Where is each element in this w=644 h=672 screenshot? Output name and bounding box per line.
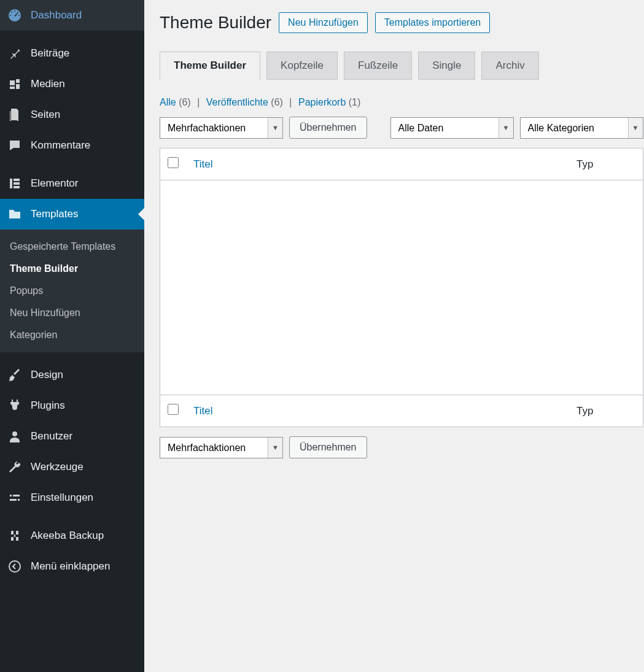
sidebar-item-label: Medien <box>31 78 65 90</box>
chevron-down-icon: ▼ <box>268 438 282 458</box>
submenu-categories[interactable]: Kategorien <box>0 324 144 346</box>
apply-button-bottom[interactable]: Übernehmen <box>289 436 367 458</box>
select-all-checkbox-top[interactable] <box>168 157 179 168</box>
sidebar-item-akeeba[interactable]: Akeeba Backup <box>0 520 144 551</box>
admin-sidebar: Dashboard Beiträge Medien Seiten Komment… <box>0 0 144 672</box>
sidebar-item-label: Elementor <box>31 177 78 190</box>
sidebar-item-dashboard[interactable]: Dashboard <box>0 0 144 31</box>
date-filter-select[interactable]: Alle Daten ▼ <box>390 117 514 139</box>
sidebar-item-label: Dashboard <box>31 9 82 21</box>
bulk-action-select-bottom[interactable]: Mehrfachaktionen ▼ <box>160 437 283 458</box>
column-footer-title[interactable]: Titel <box>186 395 569 427</box>
column-header-type[interactable]: Typ <box>569 149 643 180</box>
main-content: Theme Builder Neu Hinzufügen Templates i… <box>144 0 644 672</box>
page-header: Theme Builder Neu Hinzufügen Templates i… <box>160 12 643 33</box>
column-footer-type[interactable]: Typ <box>569 395 643 427</box>
chevron-down-icon: ▼ <box>628 118 643 138</box>
table-row-empty <box>160 180 643 395</box>
brush-icon <box>7 368 22 382</box>
chevron-down-icon: ▼ <box>499 118 513 138</box>
sidebar-item-label: Beiträge <box>31 47 69 60</box>
settings-icon <box>7 490 22 505</box>
category-filter-select[interactable]: Alle Kategorien ▼ <box>520 117 643 139</box>
sidebar-item-templates[interactable]: Templates <box>0 199 144 230</box>
sidebar-item-label: Seiten <box>31 109 60 121</box>
svg-point-0 <box>9 561 20 572</box>
page-icon <box>7 107 22 122</box>
sidebar-item-design[interactable]: Design <box>0 360 144 390</box>
tab-theme-builder[interactable]: Theme Builder <box>160 52 260 80</box>
tab-header[interactable]: Kopfzeile <box>266 52 338 80</box>
sidebar-item-collapse[interactable]: Menü einklappen <box>0 551 144 582</box>
submenu-popups[interactable]: Popups <box>0 280 144 302</box>
tabs-nav: Theme Builder Kopfzeile Fußzeile Single … <box>160 52 643 80</box>
select-all-checkbox-bottom[interactable] <box>168 404 179 415</box>
sidebar-item-label: Kommentare <box>31 139 90 152</box>
bulk-action-select[interactable]: Mehrfachaktionen ▼ <box>160 117 283 139</box>
sidebar-item-label: Design <box>31 369 63 381</box>
add-new-button[interactable]: Neu Hinzufügen <box>279 12 368 33</box>
sidebar-item-comments[interactable]: Kommentare <box>0 130 144 161</box>
dashboard-icon <box>7 8 22 23</box>
filter-all[interactable]: Alle <box>160 97 176 107</box>
folder-icon <box>7 207 22 222</box>
submenu-saved-templates[interactable]: Gespeicherte Templates <box>0 236 144 258</box>
sidebar-item-label: Benutzer <box>31 430 72 442</box>
sidebar-item-label: Akeeba Backup <box>31 530 104 542</box>
filter-links: Alle (6) | Veröffentlichte (6) | Papierk… <box>160 97 643 108</box>
filter-trash[interactable]: Papierkorb <box>298 97 346 107</box>
bulk-actions-bottom: Mehrfachaktionen ▼ Übernehmen <box>160 436 643 458</box>
sidebar-item-label: Einstellungen <box>31 492 93 504</box>
pin-icon <box>7 46 22 61</box>
bulk-actions-top: Mehrfachaktionen ▼ Übernehmen Alle Daten… <box>160 117 643 139</box>
filter-published[interactable]: Veröffentlichte <box>206 97 268 107</box>
sidebar-item-users[interactable]: Benutzer <box>0 421 144 452</box>
sidebar-item-label: Menü einklappen <box>31 560 110 573</box>
plug-icon <box>7 398 22 413</box>
sidebar-item-elementor[interactable]: Elementor <box>0 168 144 199</box>
wrench-icon <box>7 460 22 474</box>
page-title: Theme Builder <box>160 13 271 33</box>
media-icon <box>7 77 22 91</box>
tab-footer[interactable]: Fußzeile <box>344 52 412 80</box>
column-header-title[interactable]: Titel <box>186 149 569 180</box>
user-icon <box>7 429 22 444</box>
sidebar-item-posts[interactable]: Beiträge <box>0 38 144 69</box>
sidebar-item-plugins[interactable]: Plugins <box>0 390 144 421</box>
sidebar-item-tools[interactable]: Werkzeuge <box>0 452 144 482</box>
tab-archive[interactable]: Archiv <box>481 52 538 80</box>
submenu-add-new[interactable]: Neu Hinzufügen <box>0 302 144 324</box>
import-templates-button[interactable]: Templates importieren <box>375 12 490 33</box>
akeeba-icon <box>7 528 22 543</box>
comment-icon <box>7 138 22 153</box>
elementor-icon <box>7 176 22 191</box>
sidebar-item-settings[interactable]: Einstellungen <box>0 482 144 513</box>
sidebar-item-label: Werkzeuge <box>31 461 83 473</box>
collapse-icon <box>7 559 22 574</box>
submenu-theme-builder[interactable]: Theme Builder <box>0 258 144 280</box>
sidebar-item-label: Templates <box>31 208 78 220</box>
sidebar-item-media[interactable]: Medien <box>0 69 144 99</box>
apply-button-top[interactable]: Übernehmen <box>289 117 367 139</box>
tab-single[interactable]: Single <box>418 52 475 80</box>
templates-table: Titel Typ Titel Typ <box>160 148 643 427</box>
sidebar-item-label: Plugins <box>31 400 65 412</box>
sidebar-submenu-templates: Gespeicherte Templates Theme Builder Pop… <box>0 230 144 352</box>
sidebar-item-pages[interactable]: Seiten <box>0 99 144 130</box>
chevron-down-icon: ▼ <box>268 118 282 138</box>
